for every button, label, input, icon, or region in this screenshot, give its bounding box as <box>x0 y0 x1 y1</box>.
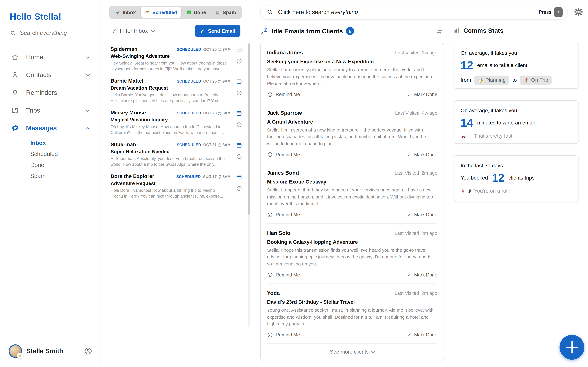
sidebar-search-label: Search everything <box>20 30 67 36</box>
idle-email-card[interactable]: Indiana Jones Last Visited3w ago Seeking… <box>267 43 437 103</box>
stat-number: 14 <box>461 117 473 128</box>
check-icon: ✓ <box>407 211 411 218</box>
email-subject: David's 23rd Birthday - Stellar Travel <box>267 299 437 305</box>
tab-inbox[interactable]: Inbox <box>111 7 140 18</box>
email-datetime: AUG 17 @ 8AM <box>203 175 231 179</box>
tab-done[interactable]: Done <box>182 7 210 18</box>
submenu-item-spam[interactable]: Spam <box>30 171 100 182</box>
person-circle-icon[interactable] <box>84 347 93 355</box>
svg-text:17: 17 <box>146 12 148 14</box>
search-placeholder: Click here to search everything <box>278 9 358 16</box>
email-preview: Hey Spidey, Great to hear from you! How … <box>111 60 227 72</box>
add-new-button[interactable] <box>560 335 584 360</box>
mark-done-button[interactable]: ✓Mark Done <box>407 91 437 98</box>
idle-email-card[interactable]: James Bond Last Visited2m ago Mission: E… <box>267 163 437 223</box>
clock-icon[interactable] <box>236 185 242 192</box>
mark-done-button[interactable]: ✓Mark Done <box>407 272 437 278</box>
sidebar-item-trips[interactable]: Trips <box>0 101 100 119</box>
email-list-item[interactable]: Superman SCHEDULEDOCT 31 @ 8AM Super Rel… <box>111 138 244 170</box>
mark-done-button[interactable]: ✓Mark Done <box>407 332 437 338</box>
idle-email-card[interactable]: Han Solo Last Visited2m ago Booking a Ga… <box>267 223 437 284</box>
bell-icon <box>11 89 19 97</box>
email-sender: Barbie Mattel <box>111 78 143 84</box>
submenu-item-scheduled[interactable]: Scheduled <box>30 149 100 160</box>
mark-done-button[interactable]: ✓Mark Done <box>407 151 437 158</box>
filter-row: Filter Inbox Send Email <box>111 25 240 37</box>
sidebar-item-label: Contacts <box>26 71 52 79</box>
clock-icon[interactable] <box>236 154 242 160</box>
clock-icon[interactable] <box>236 122 242 128</box>
chat-bubble-icon <box>11 124 19 132</box>
sidebar-search[interactable]: Search everything <box>10 30 67 36</box>
sidebar-item-contacts[interactable]: Contacts <box>0 66 100 84</box>
home-icon <box>11 53 19 61</box>
gear-icon[interactable] <box>573 7 584 17</box>
calendar-icon[interactable] <box>236 174 242 180</box>
contacts-icon <box>11 71 19 79</box>
greeting: Hello Stella! <box>10 12 61 22</box>
remind-me-button[interactable]: Remind Me <box>267 272 300 278</box>
remind-me-button[interactable]: Remind Me <box>267 92 300 97</box>
remind-me-button[interactable]: Remind Me <box>267 212 300 217</box>
calendar-icon[interactable] <box>236 78 242 85</box>
scrollbar-thumb[interactable] <box>248 43 250 215</box>
idle-email-card[interactable]: Yoda Last Visited2m ago David's 23rd Bir… <box>267 284 437 344</box>
email-subject: Booking a Galaxy-Hopping Adventure <box>267 239 437 245</box>
mailbox-tabbar: Inbox 17 Scheduled Done Spam <box>109 6 242 19</box>
email-list-item[interactable]: Dora the Explorer SCHEDULEDAUG 17 @ 8AM … <box>111 170 244 202</box>
email-list-item[interactable]: Barbie Mattel SCHEDULEDOCT 25 @ 9AM Drea… <box>111 75 244 106</box>
sidebar-item-home[interactable]: Home <box>0 48 100 66</box>
email-list-item[interactable]: Spiderman SCHEDULEDOCT 25 @ 7AM Web-Swin… <box>111 43 244 75</box>
clock-icon[interactable] <box>236 58 242 64</box>
mailbox-icon <box>115 10 120 15</box>
send-email-button[interactable]: Send Email <box>195 25 240 37</box>
sidebar-item-label: Reminders <box>26 89 57 96</box>
calendar-emoji-icon: 17 <box>145 10 150 15</box>
status-badge: SCHEDULED <box>177 79 201 83</box>
last-visited: Last Visited3w ago <box>395 50 437 56</box>
clock-icon[interactable] <box>236 90 242 96</box>
last-visited: Last Visited2m ago <box>395 230 437 236</box>
see-more-clients-button[interactable]: See more clients <box>267 344 437 361</box>
user-profile-row[interactable]: ★ Stella Smith <box>9 344 93 358</box>
remind-me-button[interactable]: Remind Me <box>267 152 300 158</box>
scheduled-email-list: Spiderman SCHEDULEDOCT 25 @ 7AM Web-Swin… <box>111 43 244 202</box>
submenu-item-inbox[interactable]: Inbox <box>30 138 100 149</box>
idle-emails-header: zZ Idle Emails from Clients 6 <box>261 27 354 35</box>
star-badge-icon: ★ <box>17 353 23 359</box>
check-icon: ✓ <box>407 151 411 158</box>
sidebar-item-messages[interactable]: Messages <box>0 119 100 137</box>
list-scrollbar <box>248 43 250 327</box>
idle-count-badge: 6 <box>346 27 354 35</box>
calendar-icon[interactable] <box>236 47 242 53</box>
chevron-down-icon <box>86 72 90 76</box>
email-subject: Seeking your Expertise on a New Expediti… <box>267 59 437 65</box>
messages-submenu: Inbox Scheduled Done Spam <box>0 137 100 182</box>
email-datetime: OCT 31 @ 8AM <box>203 143 231 147</box>
sort-arrows-icon[interactable] <box>436 28 443 35</box>
email-list-item[interactable]: Mickey Mouse SCHEDULEDOCT 28 @ 8AM Magic… <box>111 106 244 138</box>
calendar-icon[interactable] <box>236 110 242 117</box>
mark-done-button[interactable]: ✓Mark Done <box>407 211 437 218</box>
email-sender: Spiderman <box>111 46 138 52</box>
email-subject: Dream Vacation Request <box>111 85 231 91</box>
main-content: Click here to search everything Press / … <box>251 0 588 367</box>
global-search-input[interactable]: Click here to search everything Press / <box>260 5 568 20</box>
dash-icon <box>467 134 472 139</box>
avatar: ★ <box>9 344 22 358</box>
sidebar-item-reminders[interactable]: Reminders <box>0 84 100 101</box>
status-badge: SCHEDULED <box>177 111 201 115</box>
tab-scheduled[interactable]: 17 Scheduled <box>141 7 181 18</box>
filter-inbox-control[interactable]: Filter Inbox <box>111 27 154 34</box>
email-body-preview: Stella, It appears that I may be in need… <box>267 187 437 207</box>
last-visited: Last Visited2m ago <box>395 170 437 176</box>
check-emoji-icon <box>186 10 191 15</box>
remind-me-button[interactable]: Remind Me <box>267 332 300 338</box>
idle-emails-panel: Indiana Jones Last Visited3w ago Seeking… <box>260 43 444 361</box>
submenu-item-done[interactable]: Done <box>30 160 100 171</box>
check-icon: ✓ <box>407 332 411 338</box>
idle-email-card[interactable]: Jack Sparrow Last Visited4w ago A Grand … <box>267 103 437 163</box>
tab-spam[interactable]: Spam <box>211 7 240 18</box>
calendar-icon[interactable] <box>236 142 242 148</box>
email-body-preview: Stella, I'm in search of a new kind of t… <box>267 126 437 147</box>
